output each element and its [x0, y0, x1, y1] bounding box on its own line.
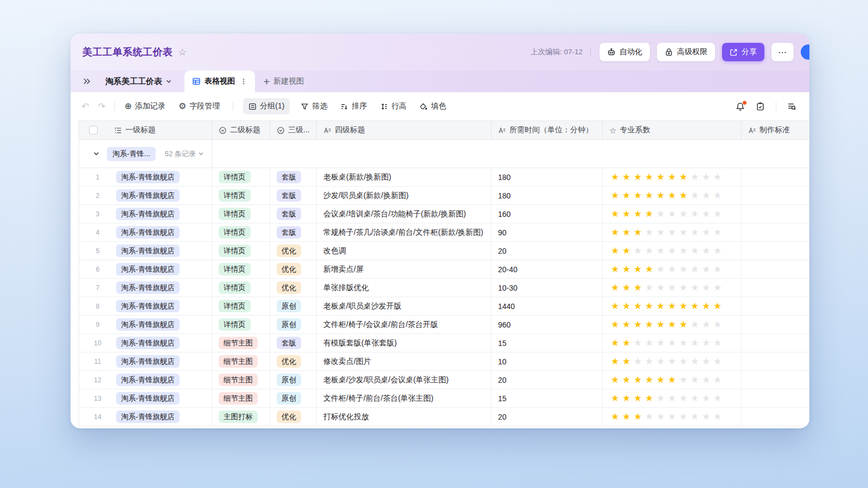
star-rating[interactable]: ★★★★★★★★★★	[603, 411, 723, 422]
star-empty-icon[interactable]: ★	[712, 171, 723, 183]
user-avatar[interactable]	[801, 44, 809, 60]
level4-cell[interactable]: 打标优化投放	[317, 408, 492, 426]
star-filled-icon[interactable]: ★	[666, 374, 678, 386]
rating-cell[interactable]: ★★★★★★★★★★	[603, 205, 742, 223]
star-filled-icon[interactable]: ★	[609, 374, 621, 386]
star-rating[interactable]: ★★★★★★★★★★	[603, 264, 723, 275]
level2-cell[interactable]: 详情页	[212, 205, 270, 223]
standard-cell[interactable]	[742, 389, 809, 407]
star-filled-icon[interactable]: ★	[678, 171, 689, 183]
level2-cell[interactable]: 详情页	[212, 168, 270, 186]
level3-cell[interactable]: 套版	[270, 187, 317, 204]
time-cell[interactable]: 180	[492, 168, 603, 186]
star-filled-icon[interactable]: ★	[643, 171, 655, 183]
time-cell[interactable]: 90	[492, 223, 603, 241]
header-col-level4[interactable]: 四级标题	[317, 121, 492, 139]
level4-cell[interactable]: 文件柜/椅子/前台/茶台(单张主图)	[317, 389, 492, 407]
star-empty-icon[interactable]: ★	[655, 356, 666, 367]
undo-icon[interactable]: ↶	[81, 101, 89, 112]
star-empty-icon[interactable]: ★	[712, 227, 723, 238]
rating-cell[interactable]: ★★★★★★★★★★	[603, 334, 742, 352]
star-filled-icon[interactable]: ★	[621, 227, 632, 238]
level4-cell[interactable]: 老板桌/职员桌沙发开版	[317, 297, 492, 315]
star-empty-icon[interactable]: ★	[700, 282, 712, 293]
rating-cell[interactable]: ★★★★★★★★★★	[603, 408, 742, 426]
star-filled-icon[interactable]: ★	[632, 374, 643, 386]
star-empty-icon[interactable]: ★	[689, 171, 700, 183]
star-empty-icon[interactable]: ★	[678, 411, 689, 422]
star-filled-icon[interactable]: ★	[632, 171, 643, 183]
header-col-level2[interactable]: 二级标题	[212, 121, 270, 139]
rating-cell[interactable]: ★★★★★★★★★★	[603, 297, 742, 315]
star-rating[interactable]: ★★★★★★★★★★	[603, 393, 723, 404]
star-empty-icon[interactable]: ★	[643, 337, 655, 349]
level4-cell[interactable]: 会议桌/培训桌/茶台/功能椅子(新款/换新图)	[317, 205, 492, 223]
star-empty-icon[interactable]: ★	[700, 337, 712, 349]
star-filled-icon[interactable]: ★	[609, 264, 621, 275]
star-filled-icon[interactable]: ★	[609, 190, 621, 201]
star-empty-icon[interactable]: ★	[712, 356, 723, 367]
star-filled-icon[interactable]: ★	[632, 227, 643, 238]
header-col-rating[interactable]: ☆ 专业系数	[603, 121, 742, 139]
star-empty-icon[interactable]: ★	[655, 245, 666, 256]
star-filled-icon[interactable]: ★	[621, 337, 632, 349]
star-empty-icon[interactable]: ★	[655, 264, 666, 275]
level4-cell[interactable]: 常规椅子/茶几/洽谈桌/前台/文件柜(新款/换新图)	[317, 223, 492, 241]
star-filled-icon[interactable]: ★	[632, 300, 643, 312]
star-empty-icon[interactable]: ★	[689, 393, 700, 404]
star-empty-icon[interactable]: ★	[678, 208, 689, 220]
favorite-star-icon[interactable]: ☆	[178, 47, 187, 58]
level3-cell[interactable]: 套版	[270, 223, 317, 241]
redo-icon[interactable]: ↷	[98, 101, 105, 112]
time-cell[interactable]: 20	[492, 371, 603, 389]
level3-cell[interactable]: 套版	[270, 168, 317, 186]
star-filled-icon[interactable]: ★	[621, 300, 632, 312]
star-empty-icon[interactable]: ★	[689, 264, 700, 275]
star-filled-icon[interactable]: ★	[609, 337, 621, 349]
search-list-icon[interactable]	[787, 102, 796, 111]
header-col-level3[interactable]: 三级...	[270, 121, 317, 139]
rating-cell[interactable]: ★★★★★★★★★★	[603, 389, 742, 407]
star-empty-icon[interactable]: ★	[678, 356, 689, 367]
group-collapse-chevron-icon[interactable]	[93, 150, 100, 157]
level4-cell[interactable]: 修改卖点/图片	[317, 352, 492, 370]
star-rating[interactable]: ★★★★★★★★★★	[603, 356, 723, 367]
primary-cell[interactable]: 3 淘系-青锋旗舰店	[79, 205, 212, 223]
star-empty-icon[interactable]: ★	[666, 393, 678, 404]
header-col-level1[interactable]: 一级标题	[79, 121, 212, 139]
level3-cell[interactable]: 原创	[270, 316, 317, 333]
standard-cell[interactable]	[742, 260, 809, 278]
star-empty-icon[interactable]: ★	[643, 356, 655, 367]
star-empty-icon[interactable]: ★	[700, 411, 712, 422]
new-view-button[interactable]: 新建视图	[263, 70, 304, 92]
level2-cell[interactable]: 详情页	[212, 187, 270, 204]
star-empty-icon[interactable]: ★	[712, 245, 723, 256]
star-filled-icon[interactable]: ★	[643, 393, 655, 404]
star-empty-icon[interactable]: ★	[655, 411, 666, 422]
row-height-button[interactable]: 行高	[380, 101, 406, 111]
star-filled-icon[interactable]: ★	[700, 300, 712, 312]
star-empty-icon[interactable]: ★	[700, 208, 712, 220]
level3-cell[interactable]: 原创	[270, 297, 317, 315]
rating-cell[interactable]: ★★★★★★★★★★	[603, 316, 742, 333]
star-empty-icon[interactable]: ★	[666, 356, 678, 367]
star-empty-icon[interactable]: ★	[678, 227, 689, 238]
star-empty-icon[interactable]: ★	[655, 282, 666, 293]
star-empty-icon[interactable]: ★	[700, 227, 712, 238]
star-empty-icon[interactable]: ★	[700, 190, 712, 201]
star-empty-icon[interactable]: ★	[700, 264, 712, 275]
star-filled-icon[interactable]: ★	[666, 171, 678, 183]
star-filled-icon[interactable]: ★	[621, 374, 632, 386]
star-rating[interactable]: ★★★★★★★★★★	[603, 245, 723, 256]
star-filled-icon[interactable]: ★	[643, 264, 655, 275]
time-cell[interactable]: 15	[492, 389, 603, 407]
standard-cell[interactable]	[742, 242, 809, 260]
primary-cell[interactable]: 13 淘系-青锋旗舰店	[79, 389, 212, 407]
star-rating[interactable]: ★★★★★★★★★★	[603, 374, 723, 386]
star-filled-icon[interactable]: ★	[621, 411, 632, 422]
star-filled-icon[interactable]: ★	[643, 190, 655, 201]
star-rating[interactable]: ★★★★★★★★★★	[603, 208, 723, 220]
star-empty-icon[interactable]: ★	[666, 245, 678, 256]
star-empty-icon[interactable]: ★	[689, 190, 700, 201]
standard-cell[interactable]	[742, 352, 809, 370]
